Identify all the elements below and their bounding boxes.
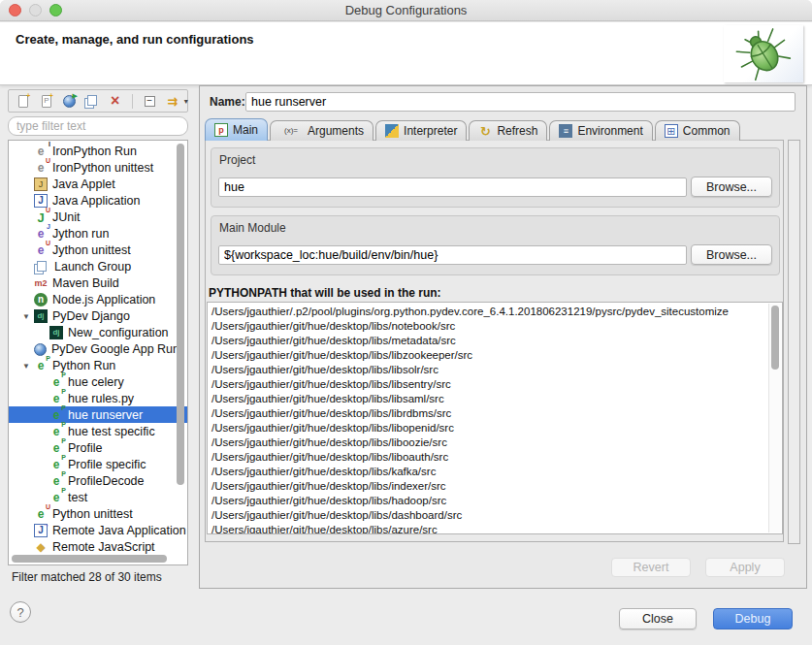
main-module-input[interactable] [218, 245, 687, 265]
pythonpath-row[interactable]: /Users/jgauthier/git/hue/desktop/libs/li… [208, 435, 782, 450]
debug-button[interactable]: Debug [713, 608, 793, 629]
tree-vertical-scrollbar[interactable] [175, 142, 186, 553]
tree-item-new-configuration[interactable]: djNew_configuration [9, 324, 187, 340]
filter-input[interactable] [8, 116, 188, 136]
name-input[interactable] [245, 92, 796, 112]
tree-item-label: Profile [68, 441, 102, 455]
pythonpath-row[interactable]: /Users/jgauthier/git/hue/desktop/libs/li… [208, 450, 782, 465]
tree-item-pydev-django[interactable]: ▼djPyDev Django [9, 307, 187, 324]
pythonpath-row[interactable]: /Users/jgauthier/git/hue/desktop/libs/li… [208, 392, 782, 406]
tree-item-hue-runserver[interactable]: ePhue runserver [9, 406, 187, 423]
common-icon: ⊞ [665, 124, 678, 138]
nodejs-icon: n [34, 293, 48, 306]
tab-arguments[interactable]: (x)=Arguments [270, 120, 374, 141]
filter-configurations-button[interactable]: ⇉▾ [164, 93, 180, 110]
tree-item-jython-run[interactable]: eJJython run [9, 225, 187, 242]
tree-item-java-applet[interactable]: JJava Applet [9, 176, 187, 192]
expander-icon[interactable]: ▼ [22, 362, 34, 371]
pythonpath-row[interactable]: /Users/jgauthier/git/hue/desktop/libs/no… [208, 319, 782, 334]
environment-icon: ≡ [559, 124, 572, 138]
tree-item-ironpython-unittest[interactable]: eUIronPython unittest [9, 159, 187, 176]
django-config-icon: dj [49, 326, 63, 339]
tree-item-test[interactable]: ePtest [9, 489, 187, 505]
tab-environment[interactable]: ≡Environment [549, 120, 652, 141]
scrollbar-thumb[interactable] [771, 306, 779, 370]
expander-icon[interactable]: ▼ [22, 312, 34, 321]
pythonpath-list: /Users/jgauthier/.p2/pool/plugins/org.py… [207, 302, 783, 534]
duplicate-icon [87, 95, 97, 106]
new-prototype-button[interactable]: P+ [39, 93, 55, 110]
help-button[interactable]: ? [10, 601, 31, 623]
apply-button[interactable]: Apply [705, 558, 785, 577]
export-configurations-button[interactable]: ▶ [61, 93, 78, 110]
tree-horizontal-scrollbar[interactable] [10, 554, 174, 564]
tree-item-hue-test-specific[interactable]: ePhue test specific [9, 423, 187, 439]
new-config-icon: + [18, 95, 28, 108]
tree-item-pydev-google-app-run[interactable]: PyDev Google App Run [9, 340, 187, 357]
pythonpath-row[interactable]: /Users/jgauthier/.p2/pool/plugins/org.py… [208, 305, 782, 319]
tree-item-profiledecode[interactable]: ePProfileDecode [9, 472, 187, 489]
tree-item-hue-celery[interactable]: ePhue celery [9, 373, 187, 390]
tab-refresh[interactable]: ↻Refresh [469, 120, 547, 141]
tree-item-remote-javascript[interactable]: ◆Remote JavaScript [9, 538, 187, 555]
tab-interpreter[interactable]: Interpreter [375, 120, 467, 141]
tree-item-maven-build[interactable]: m2Maven Build [9, 274, 187, 291]
pythonpath-label: PYTHONPATH that will be used in the run: [209, 286, 441, 300]
tree-item-label: hue rules.py [68, 392, 134, 405]
scrollbar-thumb[interactable] [12, 555, 167, 563]
tree-item-label: IronPython unittest [52, 161, 153, 175]
tree-item-remote-java-application[interactable]: J→Remote Java Application [9, 522, 187, 538]
pythonpath-row[interactable]: /Users/jgauthier/git/hue/desktop/libs/me… [208, 334, 782, 348]
scrollbar-thumb[interactable] [177, 144, 184, 485]
remote-javascript-icon: ◆ [34, 540, 48, 554]
close-button[interactable]: Close [619, 608, 697, 629]
duplicate-button[interactable] [84, 93, 101, 110]
tree-item-node-js-application[interactable]: nNode.js Application [9, 291, 187, 307]
delete-button[interactable]: × [107, 93, 123, 110]
pythonpath-row[interactable]: /Users/jgauthier/git/hue/desktop/libs/li… [208, 406, 782, 421]
pythonpath-row[interactable]: /Users/jgauthier/git/hue/desktop/libs/li… [208, 348, 782, 363]
tree-item-label: Java Application [52, 194, 140, 208]
tree-item-label: PyDev Google App Run [51, 342, 179, 356]
python-run-icon: eP [49, 375, 63, 389]
tab-label: Common [683, 124, 731, 138]
project-input[interactable] [218, 177, 687, 197]
new-configuration-button[interactable]: + [16, 93, 32, 110]
pythonpath-row[interactable]: /Users/jgauthier/git/hue/desktop/libs/li… [208, 377, 782, 392]
pythonpath-scrollbar[interactable] [768, 304, 781, 532]
main-module-browse-button[interactable]: Browse... [691, 244, 772, 265]
tab-common[interactable]: ⊞Common [655, 120, 740, 141]
tree-item-label: Python unittest [52, 507, 133, 521]
titlebar[interactable]: Debug Configurations [0, 0, 812, 21]
tree-item-junit[interactable]: JUJUnit [9, 209, 187, 225]
tab-content-scrollbar[interactable] [788, 140, 800, 544]
tree-item-label: Jython unittest [52, 243, 131, 257]
debug-bug-icon [724, 25, 803, 82]
pythonpath-row[interactable]: /Users/jgauthier/git/hue/desktop/libs/ha… [208, 494, 782, 508]
pythonpath-row[interactable]: /Users/jgauthier/git/hue/desktop/libs/az… [208, 523, 782, 534]
tree-item-python-unittest[interactable]: eUPython unittest [9, 505, 187, 522]
tree-item-label: JUnit [52, 210, 80, 224]
collapse-all-button[interactable]: − [142, 93, 158, 110]
tree-item-hue-rules-py[interactable]: ePhue rules.py [9, 390, 187, 406]
pythonpath-row[interactable]: /Users/jgauthier/git/hue/desktop/libs/ka… [208, 465, 782, 479]
tab-label: Environment [577, 124, 642, 138]
pythonpath-row[interactable]: /Users/jgauthier/git/hue/desktop/libs/li… [208, 363, 782, 377]
project-browse-button[interactable]: Browse... [691, 177, 772, 197]
pythonpath-row[interactable]: /Users/jgauthier/git/hue/desktop/libs/da… [208, 508, 782, 523]
tab-main[interactable]: pMain [205, 118, 268, 141]
tree-item-launch-group[interactable]: Launch Group [9, 258, 187, 274]
java-application-icon: J [34, 194, 48, 208]
tree-item-python-run[interactable]: ▼ePPython Run [9, 357, 187, 373]
tree-item-profile-specific[interactable]: ePProfile specific [9, 456, 187, 472]
tree-item-jython-unittest[interactable]: eUJython unittest [9, 242, 187, 258]
tab-label: Arguments [308, 124, 364, 138]
pythonpath-row[interactable]: /Users/jgauthier/git/hue/desktop/libs/in… [208, 479, 782, 494]
tree-item-label: Jython run [52, 227, 109, 241]
tree-item-label: hue celery [68, 375, 124, 389]
tree-item-java-application[interactable]: JJava Application [9, 192, 187, 209]
tree-item-ironpython-run[interactable]: eIIronPython Run [9, 143, 187, 159]
pythonpath-row[interactable]: /Users/jgauthier/git/hue/desktop/libs/li… [208, 421, 782, 435]
revert-button[interactable]: Revert [611, 558, 691, 577]
tree-item-profile[interactable]: ePProfile [9, 439, 187, 456]
